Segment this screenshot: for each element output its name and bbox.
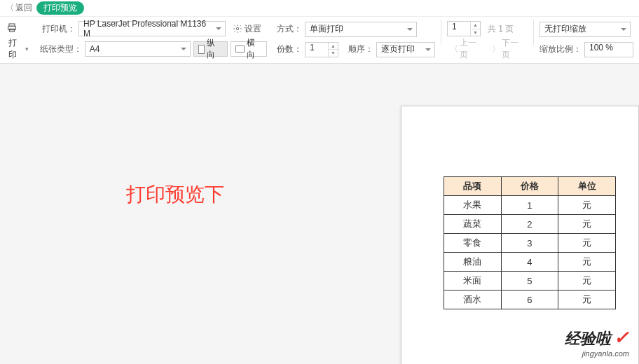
order-select[interactable]: 逐页打印: [376, 42, 435, 57]
page-spinner[interactable]: ▲▼: [470, 22, 480, 36]
table-row: 米面5元: [444, 272, 616, 290]
chevron-left-icon: 〈: [450, 43, 458, 55]
settings-label: 设置: [245, 23, 261, 35]
table-cell: 米面: [444, 272, 502, 290]
watermark-sub: jingyanla.com: [565, 349, 629, 358]
table-cell: 元: [558, 234, 616, 253]
paper-select[interactable]: A4: [85, 41, 191, 57]
order-label: 顺序：: [348, 43, 373, 55]
copies-value: 1: [310, 43, 315, 52]
watermark: 经验啦 ✓ jingyanla.com: [565, 327, 629, 358]
mode-select[interactable]: 单面打印: [305, 22, 417, 37]
next-page-button[interactable]: 〉 下一页: [489, 37, 528, 61]
zoom-mode-value: 无打印缩放: [544, 23, 586, 35]
printer-icon: [6, 22, 18, 36]
table-cell: 5: [501, 272, 558, 290]
overlay-annotation: 打印预览下: [126, 181, 224, 208]
toolbar: 打印机： HP LaserJet Professional M1136 M 设置…: [0, 17, 639, 64]
table-cell: 1: [501, 196, 558, 215]
printer-label: 打印机：: [42, 23, 76, 35]
prev-page-button[interactable]: 〈 上一页: [447, 37, 486, 61]
print-button[interactable]: 打印 ▾: [6, 37, 32, 61]
svg-rect-2: [10, 29, 15, 31]
table-cell: 蔬菜: [444, 215, 502, 234]
paper-value: A4: [90, 44, 100, 54]
next-page-label: 下一页: [502, 37, 525, 61]
settings-button[interactable]: 设置: [228, 21, 266, 36]
table-cell: 元: [558, 272, 616, 290]
back-label: 返回: [15, 2, 32, 14]
prev-page-label: 上一页: [460, 37, 483, 61]
printer-value: HP LaserJet Professional M1136 M: [83, 19, 214, 38]
print-label: 打印: [8, 37, 24, 61]
total-pages: 共 1 页: [488, 23, 514, 35]
zoom-ratio-label: 缩放比例：: [540, 43, 582, 55]
orientation-landscape-button[interactable]: 横向: [231, 41, 267, 57]
chevron-left-icon: 〈: [6, 2, 14, 14]
copies-spinner[interactable]: ▲▼: [328, 43, 338, 57]
table-header: 品项: [444, 177, 502, 196]
page-preview: 品项价格单位 水果1元蔬菜2元零食3元粮油4元米面5元酒水6元: [401, 106, 639, 364]
preview-area: 打印预览下 品项价格单位 水果1元蔬菜2元零食3元粮油4元米面5元酒水6元 经验…: [0, 64, 639, 364]
table-header: 单位: [558, 177, 616, 196]
orientation-portrait-label: 纵向: [207, 37, 222, 61]
zoom-mode-select[interactable]: 无打印缩放: [540, 22, 631, 37]
table-cell: 4: [501, 253, 558, 272]
table-row: 蔬菜2元: [444, 215, 616, 234]
table-row: 水果1元: [444, 196, 616, 215]
page-input[interactable]: 1 ▲▼: [447, 21, 481, 36]
chevron-right-icon: 〉: [492, 43, 500, 55]
back-button[interactable]: 〈 返回: [6, 2, 32, 14]
table-cell: 零食: [444, 234, 502, 253]
table-cell: 6: [501, 290, 558, 309]
table-row: 粮油4元: [444, 253, 616, 272]
titlebar: 〈 返回 打印预览: [0, 0, 639, 17]
landscape-icon: [235, 46, 245, 52]
page-value: 1: [452, 22, 457, 31]
order-value: 逐页打印: [381, 43, 415, 55]
table-row: 零食3元: [444, 234, 616, 253]
svg-point-3: [236, 27, 239, 30]
table-cell: 酒水: [444, 290, 502, 309]
orientation-portrait-button[interactable]: 纵向: [193, 41, 228, 57]
copies-input[interactable]: 1 ▲▼: [305, 42, 338, 57]
separator: [441, 20, 441, 45]
zoom-value: 100 %: [589, 43, 613, 52]
data-table: 品项价格单位 水果1元蔬菜2元零食3元粮油4元米面5元酒水6元: [444, 176, 616, 309]
mode-label: 方式：: [277, 23, 302, 35]
table-cell: 水果: [444, 196, 502, 215]
printer-select[interactable]: HP LaserJet Professional M1136 M: [78, 21, 226, 36]
table-cell: 粮油: [444, 253, 502, 272]
table-cell: 元: [558, 290, 616, 309]
table-header: 价格: [501, 177, 558, 196]
table-row: 酒水6元: [444, 290, 616, 309]
copies-label: 份数：: [277, 43, 302, 55]
orientation-landscape-label: 横向: [247, 37, 262, 61]
watermark-text: 经验啦: [565, 328, 611, 349]
table-cell: 元: [558, 196, 616, 215]
table-cell: 元: [558, 215, 616, 234]
mode-value: 单面打印: [310, 23, 343, 35]
table-cell: 元: [558, 253, 616, 272]
table-cell: 3: [501, 234, 558, 253]
page-title-badge: 打印预览: [36, 1, 84, 15]
paper-label: 纸张类型：: [40, 43, 82, 55]
zoom-input[interactable]: 100 %: [584, 42, 633, 57]
check-icon: ✓: [614, 327, 629, 349]
portrait-icon: [198, 45, 205, 54]
separator: [533, 20, 534, 45]
table-cell: 2: [501, 215, 558, 234]
chevron-down-icon: ▾: [25, 46, 29, 52]
